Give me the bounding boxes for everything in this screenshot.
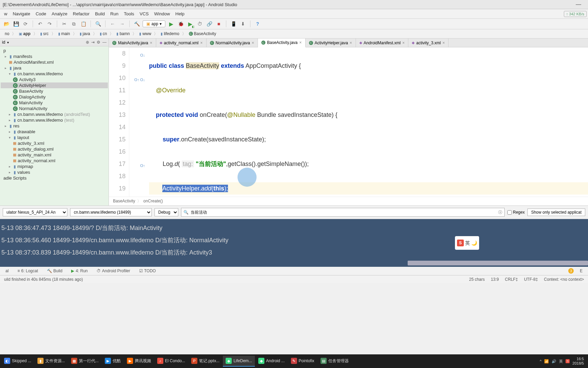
tray-sogou-icon[interactable]: S xyxy=(566,359,570,363)
stop-button[interactable]: ■ xyxy=(215,20,223,28)
minimize-button[interactable]: — xyxy=(572,1,585,7)
status-line-separator[interactable]: CRLF‡ xyxy=(505,277,518,282)
logcat-output[interactable]: 5-13 08:36:47.473 18499-18499/? D/当前活动: … xyxy=(0,219,588,267)
debug-button[interactable]: 🐞 xyxy=(177,20,184,28)
status-context[interactable]: Context: <no context> xyxy=(544,277,584,282)
taskbar-item[interactable]: P笔记.pptx... xyxy=(189,356,222,367)
sdk-manager-icon[interactable]: ⬇ xyxy=(239,20,247,28)
close-icon[interactable]: × xyxy=(402,41,405,45)
tree-item-class[interactable]: CMainActivity xyxy=(1,100,108,106)
close-icon[interactable]: × xyxy=(150,41,152,45)
attach-debugger-button[interactable]: 🔗 xyxy=(206,20,213,28)
crumb[interactable]: CBaseActivity xyxy=(187,31,218,37)
menu-build[interactable]: Build xyxy=(92,10,108,18)
crumb[interactable]: ▮www xyxy=(137,31,153,37)
tree-scroll-icon[interactable]: ⇥ xyxy=(91,40,95,45)
code-body[interactable]: public class BaseActivity extends AppCom… xyxy=(146,47,588,197)
taskbar-item[interactable]: ◆Android ... xyxy=(256,356,288,367)
tab[interactable]: ◆activity_normal.xml× xyxy=(156,39,207,47)
log-search-input[interactable] xyxy=(189,209,498,216)
tool-tab-profiler[interactable]: ⏱Android Profiler xyxy=(94,267,133,274)
run-config-combo[interactable]: ▣app ▾ xyxy=(143,20,165,27)
tree-item-manifest-file[interactable]: ▦AndroidManifest.xml xyxy=(1,59,108,65)
taskbar-item[interactable]: ◐Skipped ... xyxy=(1,356,34,367)
profile-button[interactable]: ⏱ xyxy=(196,20,203,28)
find-icon[interactable]: 🔍 xyxy=(94,20,102,28)
taskbar-item[interactable]: ▶腾讯视频 xyxy=(124,356,154,367)
taskbar-item[interactable]: ♪El Condo... xyxy=(154,356,188,367)
menu-help[interactable]: Help xyxy=(173,10,187,18)
status-position[interactable]: 13:9 xyxy=(491,277,499,282)
tree-item-class[interactable]: CNormalActivity xyxy=(1,106,108,111)
menu-vcs[interactable]: VCS xyxy=(137,10,151,18)
taskbar-item[interactable]: ▤任务管理器 xyxy=(318,356,352,367)
device-selector[interactable]: ulator Nexus_5_API_24 An xyxy=(3,208,67,216)
coverage-button[interactable]: ▶◧ xyxy=(186,20,194,28)
tree-collapse-icon[interactable]: ⊕ xyxy=(86,40,89,45)
tree-item-class[interactable]: CActivityHelper xyxy=(1,82,108,88)
taskbar-item[interactable]: ▮文件资源... xyxy=(35,356,68,367)
override-marker-icon[interactable]: O↑ O↓ xyxy=(134,74,145,86)
close-icon[interactable]: × xyxy=(200,41,203,45)
sync-icon[interactable]: ⟳ xyxy=(22,20,29,28)
paste-icon[interactable]: 📋 xyxy=(80,20,87,28)
crumb[interactable]: ▮src xyxy=(38,31,51,37)
taskbar-item[interactable]: ▦第一行代... xyxy=(68,356,101,367)
tab[interactable]: CMainActivity.java× xyxy=(109,39,156,47)
save-icon[interactable]: 💾 xyxy=(12,20,20,28)
close-icon[interactable]: × xyxy=(299,40,302,45)
tree-item-app[interactable]: p xyxy=(1,48,108,53)
tree-item-package[interactable]: ▾▮cn.bamn.www.lifedemo xyxy=(1,71,108,77)
tab-active[interactable]: CBaseActivity.java× xyxy=(258,39,306,47)
crumb[interactable]: ▣app xyxy=(17,31,32,37)
tree-settings-icon[interactable]: ⚙ xyxy=(97,40,100,45)
tool-tab-event-log[interactable]: E xyxy=(577,267,585,274)
crumb[interactable]: ▮bamn xyxy=(114,31,132,37)
tree-item-class[interactable]: CActivity3 xyxy=(1,77,108,82)
redo-icon[interactable]: ↷ xyxy=(46,20,53,28)
tree-item-layout-file[interactable]: ▦activity_main.xml xyxy=(1,152,108,158)
tray-up-icon[interactable]: ^ xyxy=(540,359,541,363)
system-clock[interactable]: 16:5 2018/5 xyxy=(572,357,584,366)
menu-navigate[interactable]: Navigate xyxy=(10,10,33,18)
tree-item-package-unit[interactable]: ▸▮cn.bamn.www.lifedemo (test) xyxy=(1,117,108,123)
tree-item-layout-file[interactable]: ▦activity_3.xml xyxy=(1,140,108,146)
back-icon[interactable]: ← xyxy=(109,20,116,28)
log-level-selector[interactable]: Debug xyxy=(154,208,178,216)
run-button[interactable]: ▶ xyxy=(167,20,175,28)
menu-item[interactable]: w xyxy=(1,10,10,18)
tree-view-mode[interactable]: ▾ xyxy=(7,41,9,44)
crumb[interactable]: ▮main xyxy=(56,31,72,37)
override-marker-icon[interactable]: O↑ xyxy=(140,159,145,172)
tree-item-layout-file[interactable]: ▦activity_dialog.xml xyxy=(1,146,108,152)
crumb[interactable]: no xyxy=(3,31,11,37)
tree-item-mipmap[interactable]: ▸▮mipmap xyxy=(1,164,108,169)
make-icon[interactable]: 🔨 xyxy=(133,20,141,28)
close-icon[interactable]: × xyxy=(252,41,254,45)
tray-ime-icon[interactable]: 英 xyxy=(559,359,563,364)
menu-window[interactable]: Window xyxy=(151,10,173,18)
menu-tools[interactable]: Tools xyxy=(121,10,137,18)
avd-manager-icon[interactable]: 📱 xyxy=(230,20,237,28)
breadcrumb-method[interactable]: onCreate() xyxy=(143,199,163,203)
tool-tab-terminal[interactable]: al xyxy=(3,267,11,274)
tree-item-java[interactable]: ▸▮java xyxy=(1,65,108,71)
scrollbar-thumb[interactable] xyxy=(408,261,588,265)
tree-item-class[interactable]: CBaseActivity xyxy=(1,88,108,94)
tree-item-layout[interactable]: ▾▮layout xyxy=(1,135,108,140)
tree-item-layout-file[interactable]: ▦activity_normal.xml xyxy=(1,158,108,164)
undo-icon[interactable]: ↶ xyxy=(36,20,44,28)
help-icon[interactable]: ? xyxy=(254,20,261,28)
tab[interactable]: ◆activity_3.xml× xyxy=(408,39,448,47)
forward-icon[interactable]: → xyxy=(118,20,126,28)
tree-item-package-test[interactable]: ▸▮cn.bamn.www.lifedemo (androidTest) xyxy=(1,111,108,117)
status-encoding[interactable]: UTF-8‡ xyxy=(524,277,538,282)
close-icon[interactable]: × xyxy=(442,41,445,45)
event-log-badge[interactable]: 3 xyxy=(568,268,574,274)
filter-selector[interactable]: Show only selected applicat xyxy=(527,209,585,216)
tool-tab-build[interactable]: 🔨Build xyxy=(44,267,65,274)
crumb[interactable]: ▮cn xyxy=(98,31,109,37)
tab[interactable]: CNormalActivity.java× xyxy=(207,39,258,47)
tree-item-drawable[interactable]: ▸▮drawable xyxy=(1,129,108,135)
tree-item-res[interactable]: ▸▮res xyxy=(1,123,108,129)
